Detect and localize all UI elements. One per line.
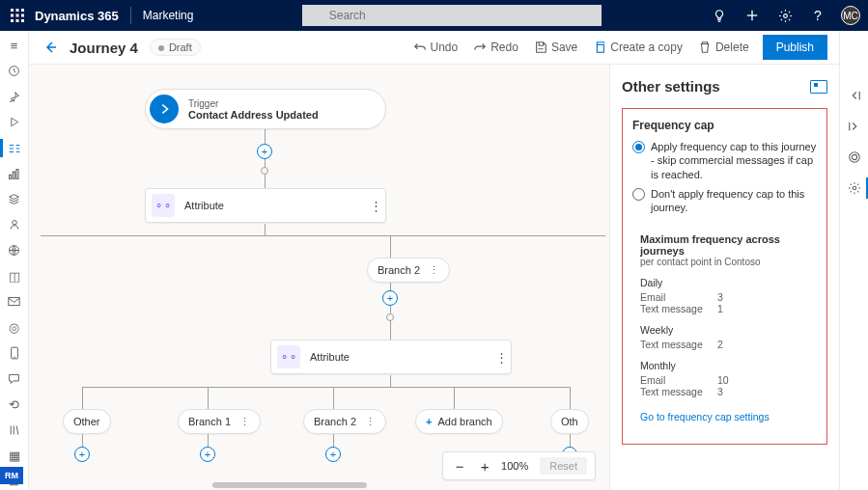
redo-button[interactable]: Redo bbox=[465, 34, 526, 61]
attribute-node[interactable]: ⚬⚬ Attribute ⋮ bbox=[270, 340, 512, 374]
more-icon[interactable]: ⋮ bbox=[491, 350, 511, 365]
rail-badge[interactable]: RM bbox=[0, 467, 23, 484]
branch-label: Branch 2 bbox=[378, 264, 420, 276]
rail-play-icon[interactable] bbox=[2, 114, 27, 132]
rail-person-icon[interactable] bbox=[2, 216, 27, 234]
copy-label: Create a copy bbox=[610, 41, 683, 54]
trigger-node[interactable]: Trigger Contact Address Updated bbox=[145, 89, 386, 129]
add-step-button[interactable]: + bbox=[325, 447, 341, 462]
rail-recent-icon[interactable] bbox=[2, 63, 27, 81]
more-icon[interactable]: ⋮ bbox=[237, 416, 250, 428]
rail-icon-10[interactable]: ◫ bbox=[2, 267, 27, 286]
connector bbox=[208, 434, 209, 448]
undo-button[interactable]: Undo bbox=[406, 34, 466, 61]
branch-node[interactable]: Oth bbox=[550, 409, 589, 434]
more-icon[interactable]: ⋮ bbox=[426, 264, 439, 277]
rail-icon-17[interactable]: ▦ bbox=[2, 447, 27, 465]
more-icon[interactable]: ⋮ bbox=[362, 416, 376, 428]
svg-rect-8 bbox=[21, 19, 24, 22]
add-branch-button[interactable]: +Add branch bbox=[415, 409, 503, 434]
radio-label: Apply frequency cap to this journey - sk… bbox=[651, 140, 817, 181]
rail-pin-icon[interactable] bbox=[2, 88, 27, 106]
period-monthly: Monthly bbox=[640, 360, 809, 371]
rail-chat-icon[interactable] bbox=[2, 369, 27, 388]
radio-apply-cap[interactable]: Apply frequency cap to this journey - sk… bbox=[632, 140, 817, 181]
status-badge: Draft bbox=[150, 39, 201, 56]
add-step-button[interactable]: + bbox=[74, 447, 90, 462]
rail-journey-icon[interactable] bbox=[2, 139, 27, 157]
metric-row: Email10 bbox=[640, 374, 809, 386]
branch-label: Branch 2 bbox=[314, 416, 356, 427]
rail-settings-icon[interactable] bbox=[842, 177, 867, 199]
frequency-settings-link[interactable]: Go to frequency cap settings bbox=[640, 411, 809, 422]
metric-row: Text message2 bbox=[640, 339, 809, 350]
rail-collapse-out-icon[interactable] bbox=[842, 116, 867, 137]
svg-rect-2 bbox=[21, 9, 24, 12]
period-weekly: Weekly bbox=[640, 324, 809, 336]
branch-node[interactable]: Branch 2⋮ bbox=[303, 409, 386, 434]
zoom-out-button[interactable]: − bbox=[451, 458, 468, 475]
svg-rect-20 bbox=[9, 298, 19, 306]
max-freq-title: Maximum frequency across journeys bbox=[640, 233, 809, 257]
add-step-button[interactable]: + bbox=[257, 144, 272, 159]
branch-node[interactable]: Other bbox=[63, 409, 111, 434]
metric-value: 1 bbox=[717, 303, 723, 314]
gear-icon[interactable] bbox=[775, 6, 795, 25]
connector bbox=[390, 235, 391, 258]
rail-collapse-in-icon[interactable] bbox=[842, 85, 867, 106]
save-label: Save bbox=[551, 41, 577, 54]
delete-button[interactable]: Delete bbox=[690, 34, 757, 61]
attribute-node[interactable]: ⚬⚬ Attribute ⋮ bbox=[145, 188, 386, 223]
rail-menu-icon[interactable]: ≡ bbox=[2, 37, 27, 55]
save-button[interactable]: Save bbox=[526, 34, 585, 61]
back-button[interactable] bbox=[41, 38, 60, 57]
rail-library-icon[interactable] bbox=[2, 421, 27, 439]
zoom-in-button[interactable]: + bbox=[476, 458, 493, 475]
metric-label: Text message bbox=[640, 303, 717, 314]
add-step-button[interactable]: + bbox=[382, 290, 398, 306]
app-launcher-icon[interactable] bbox=[8, 6, 27, 25]
add-step-button[interactable]: + bbox=[200, 447, 215, 462]
radio-no-cap[interactable]: Don't apply frequency cap to this journe… bbox=[632, 187, 817, 215]
search-input[interactable] bbox=[302, 5, 602, 26]
svg-rect-6 bbox=[11, 19, 14, 22]
connector bbox=[265, 224, 266, 235]
connector bbox=[82, 387, 83, 409]
expand-panel-icon[interactable] bbox=[810, 80, 827, 94]
plus-icon: + bbox=[426, 416, 432, 427]
rail-icon-12[interactable]: ◎ bbox=[2, 318, 27, 337]
frequency-cap-section: Frequency cap Apply frequency cap to thi… bbox=[622, 108, 827, 445]
branch-node[interactable]: Branch 1⋮ bbox=[178, 409, 261, 434]
help-icon[interactable]: ? bbox=[808, 6, 827, 25]
rail-mobile-icon[interactable] bbox=[2, 344, 27, 363]
add-icon[interactable] bbox=[742, 6, 762, 25]
svg-point-28 bbox=[853, 186, 856, 190]
attribute-icon: ⚬⚬ bbox=[277, 345, 300, 368]
attribute-label: Attribute bbox=[184, 200, 366, 211]
horizontal-scrollbar[interactable] bbox=[212, 482, 367, 488]
rail-layers-icon[interactable] bbox=[2, 190, 27, 208]
svg-point-18 bbox=[12, 221, 16, 226]
zoom-reset-button[interactable]: Reset bbox=[540, 457, 587, 475]
metric-label: Text message bbox=[640, 339, 717, 350]
publish-button[interactable]: Publish bbox=[763, 35, 827, 60]
svg-rect-3 bbox=[11, 14, 14, 17]
rail-globe-icon[interactable] bbox=[2, 242, 27, 260]
radio-label: Don't apply frequency cap to this journe… bbox=[651, 187, 817, 215]
svg-rect-29 bbox=[598, 44, 604, 52]
svg-point-27 bbox=[852, 154, 856, 159]
copy-button[interactable]: Create a copy bbox=[585, 34, 690, 61]
connector bbox=[82, 387, 570, 388]
rail-mail-icon[interactable] bbox=[2, 293, 27, 312]
avatar[interactable]: MC bbox=[841, 6, 860, 25]
panel-title-text: Other settings bbox=[622, 78, 720, 95]
rail-analytics-icon[interactable] bbox=[2, 165, 27, 183]
rail-target-icon[interactable] bbox=[842, 147, 867, 168]
rail-icon-15[interactable]: ⟲ bbox=[2, 395, 27, 414]
lightbulb-icon[interactable] bbox=[710, 6, 729, 25]
branch-node[interactable]: Branch 2⋮ bbox=[367, 258, 450, 283]
connector bbox=[208, 387, 209, 409]
more-icon[interactable]: ⋮ bbox=[366, 199, 385, 213]
radio-icon bbox=[632, 141, 645, 153]
trigger-icon bbox=[150, 95, 179, 123]
